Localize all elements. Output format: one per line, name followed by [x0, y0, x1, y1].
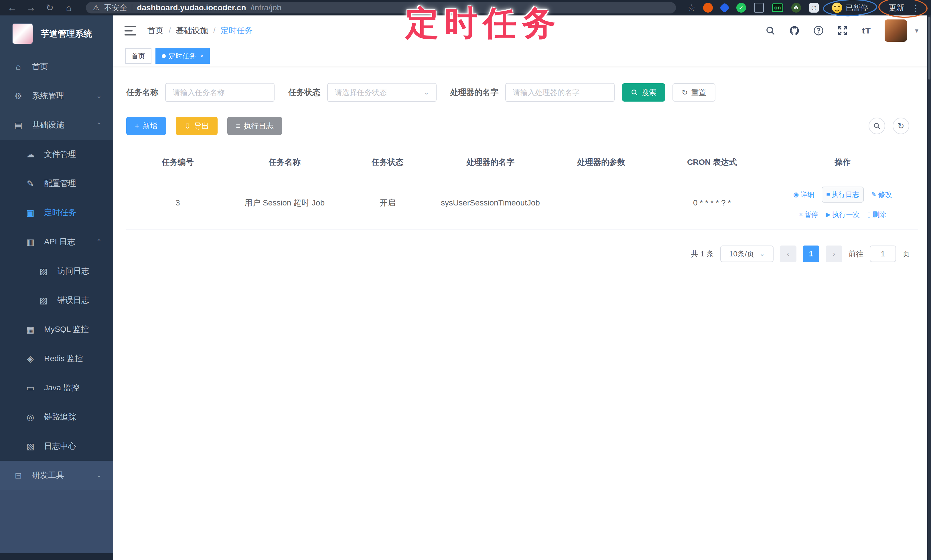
col-job-name: 任务名称 — [229, 149, 340, 176]
profile-avatar-emoji — [832, 3, 842, 13]
url-host: dashboard.yudao.iocoder.cn — [137, 3, 246, 12]
eye-icon: ◉ — [793, 191, 799, 198]
jobs-table: 任务编号 任务名称 任务状态 处理器的名字 处理器的参数 CRON 表达式 操作… — [126, 149, 918, 230]
extension-icon-orange[interactable] — [703, 3, 713, 12]
row-delete-link[interactable]: ▯ 删除 — [867, 210, 886, 219]
refresh-table-button[interactable]: ↻ — [892, 118, 909, 134]
table-row: 3 用户 Session 超时 Job 开启 sysUserSessionTim… — [126, 176, 918, 230]
app-logo-row[interactable]: 芋道管理系统 — [0, 15, 113, 52]
table-toolbar: + 新增 ⇩ 导出 ≡ 执行日志 ↻ — [126, 117, 918, 135]
forward-icon[interactable]: → — [25, 0, 37, 15]
page-scrollbar[interactable] — [927, 15, 931, 560]
total-count: 共 1 条 — [691, 249, 714, 259]
chevron-down-icon: ⌄ — [97, 92, 102, 100]
handler-name-input[interactable] — [505, 83, 615, 102]
sidebar-item-java-monitor[interactable]: ▭ Java 监控 — [0, 373, 113, 402]
sidebar-item-error-logs[interactable]: ▨ 错误日志 — [0, 286, 113, 315]
back-icon[interactable]: ← — [6, 0, 18, 15]
col-job-status: 任务状态 — [340, 149, 435, 176]
row-edit-link[interactable]: ✎ 修改 — [871, 190, 892, 199]
row-run-once-link[interactable]: ▶ 执行一次 — [826, 210, 860, 219]
extension-on-badge[interactable]: on — [772, 3, 783, 12]
font-size-icon[interactable]: tT — [860, 25, 872, 37]
paused-label: 已暂停 — [846, 3, 868, 13]
breadcrumb-infrastructure[interactable]: 基础设施 — [176, 25, 208, 36]
address-bar[interactable]: ⚠ 不安全 dashboard.yudao.iocoder.cn /infra/… — [86, 2, 676, 14]
url-path: /infra/job — [251, 3, 281, 12]
fullscreen-icon[interactable] — [837, 25, 849, 37]
search-icon[interactable] — [765, 25, 777, 37]
main-area: 首页 / 基础设施 / 定时任务 tT — [113, 15, 931, 560]
row-exec-log-link[interactable]: ≡ 执行日志 — [822, 186, 864, 203]
browser-update-button[interactable]: 更新 — [886, 1, 907, 15]
page-size-select[interactable]: 10条/页 ⌄ — [720, 246, 774, 262]
row-detail-link[interactable]: ◉ 详细 — [793, 190, 814, 199]
github-icon[interactable] — [788, 25, 800, 37]
browser-menu-kebab-icon[interactable]: ⋮ — [911, 3, 920, 13]
add-button[interactable]: + 新增 — [126, 117, 166, 135]
reset-button[interactable]: ↻ 重置 — [672, 83, 715, 102]
profile-paused-chip[interactable]: 已暂停 — [827, 2, 873, 14]
help-icon[interactable] — [812, 25, 825, 37]
sidebar-collapse-icon[interactable] — [125, 26, 136, 35]
extension-icon-leaf[interactable]: ☘ — [791, 3, 801, 12]
sidebar-item-trace[interactable]: ◎ 链路追踪 — [0, 402, 113, 432]
cloud-upload-icon: ☁ — [25, 149, 35, 159]
chevron-up-icon: ⌃ — [97, 238, 102, 246]
job-status-label: 任务状态 — [288, 87, 321, 98]
current-page-button[interactable]: 1 — [803, 246, 819, 262]
col-handler-name: 处理器的名字 — [435, 149, 546, 176]
job-name-input[interactable] — [165, 83, 274, 102]
table-settings: ↻ — [869, 118, 918, 134]
sidebar-item-api-logs[interactable]: ▥ API 日志 ⌃ — [0, 227, 113, 256]
list-icon: ≡ — [236, 122, 240, 131]
sidebar-item-dev-tools[interactable]: ⊟ 研发工具 ⌄ — [0, 461, 113, 490]
job-status-select[interactable]: 请选择任务状态 ⌄ — [327, 83, 436, 102]
sidebar-item-home[interactable]: ⌂ 首页 — [0, 52, 113, 81]
goto-page-input[interactable] — [870, 246, 896, 262]
sidebar-item-redis-monitor[interactable]: ◈ Redis 监控 — [0, 344, 113, 373]
bookmark-star-icon[interactable]: ☆ — [687, 2, 696, 13]
close-icon[interactable]: × — [200, 53, 203, 60]
extension-icon-grid[interactable] — [754, 3, 764, 12]
prev-page-button[interactable]: ‹ — [780, 246, 797, 262]
extensions-puzzle-icon[interactable]: ⭯ — [809, 3, 819, 12]
exec-log-button[interactable]: ≡ 执行日志 — [227, 117, 282, 135]
chevron-down-icon: ⌄ — [97, 472, 102, 479]
col-job-id: 任务编号 — [126, 149, 229, 176]
user-avatar[interactable] — [885, 20, 907, 42]
cell-job-name: 用户 Session 超时 Job — [229, 176, 340, 230]
breadcrumb-home[interactable]: 首页 — [148, 25, 163, 36]
page-content: 任务名称 任务状态 请选择任务状态 ⌄ 处理器的名字 搜索 ↻ — [113, 66, 931, 560]
browser-toolbar: ← → ↻ ⌂ ⚠ 不安全 dashboard.yudao.iocoder.cn… — [0, 0, 931, 15]
sidebar-item-config-management[interactable]: ✎ 配置管理 — [0, 169, 113, 198]
sidebar-item-infrastructure[interactable]: ▤ 基础设施 ⌃ — [0, 111, 113, 140]
sidebar-item-access-logs[interactable]: ▨ 访问日志 — [0, 256, 113, 286]
edit-icon: ✎ — [25, 178, 35, 189]
briefcase-icon: ⊟ — [13, 471, 23, 480]
export-button[interactable]: ⇩ 导出 — [176, 117, 217, 135]
chevron-down-icon: ⌄ — [424, 89, 429, 96]
sidebar-item-scheduled-tasks[interactable]: ▣ 定时任务 — [0, 198, 113, 227]
col-cron: CRON 表达式 — [657, 149, 768, 176]
sidebar-item-system-management[interactable]: ⚙ 系统管理 ⌄ — [0, 81, 113, 111]
sidebar-item-mysql-monitor[interactable]: ▦ MySQL 监控 — [0, 315, 113, 344]
next-page-button[interactable]: › — [826, 246, 842, 262]
sidebar-item-log-center[interactable]: ▧ 日志中心 — [0, 432, 113, 461]
tab-scheduled-tasks[interactable]: 定时任务 × — [156, 48, 210, 64]
search-form: 任务名称 任务状态 请选择任务状态 ⌄ 处理器的名字 搜索 ↻ — [126, 83, 918, 102]
extension-icon-blue[interactable] — [720, 3, 730, 13]
toggle-search-icon-button[interactable] — [869, 118, 885, 134]
extension-icon-green-check[interactable]: ✓ — [736, 3, 746, 12]
navbar-actions: tT ▾ — [765, 20, 919, 42]
reload-icon[interactable]: ↻ — [44, 0, 55, 15]
cell-job-id: 3 — [126, 176, 229, 230]
plus-icon: + — [135, 122, 139, 131]
tab-home[interactable]: 首页 — [125, 48, 151, 64]
search-button[interactable]: 搜索 — [622, 83, 665, 102]
home-icon[interactable]: ⌂ — [63, 0, 74, 15]
sidebar-item-file-management[interactable]: ☁ 文件管理 — [0, 140, 113, 169]
avatar-caret-down-icon[interactable]: ▾ — [915, 27, 919, 35]
goto-label: 前往 — [849, 249, 863, 259]
row-pause-link[interactable]: × 暂停 — [799, 210, 818, 219]
